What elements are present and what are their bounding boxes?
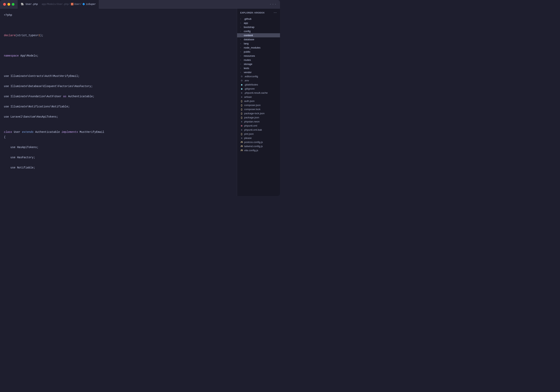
code-line: use HasFactory;: [0, 155, 237, 160]
sidebar-tree[interactable]: › .github › app › bootstrap › config ›: [237, 17, 280, 196]
tab-bar: 🐘 User.php app/Models/User.php/🧱User/🔷is…: [18, 0, 270, 9]
chevron-right-icon: ›: [240, 67, 243, 69]
code-line: use Illuminate\Notifications\Notifiable;: [0, 104, 237, 109]
sidebar-item-config[interactable]: › config: [237, 29, 280, 33]
js-icon: JS: [240, 145, 243, 147]
code-line: [0, 140, 237, 145]
chevron-right-icon: ›: [240, 51, 243, 53]
code-line: <?php: [0, 12, 237, 18]
sidebar-item-editorconfig[interactable]: ⚙ .editorconfig: [237, 74, 280, 78]
code-line: use Notifiable;: [0, 165, 237, 170]
sidebar-item-please[interactable]: ≡ please: [237, 136, 280, 140]
tab-filename: User.php: [26, 3, 38, 6]
chevron-right-icon: ›: [240, 47, 243, 49]
sidebar-item-package-lock[interactable]: {} package-lock.json: [237, 111, 280, 115]
sidebar-menu[interactable]: ···: [274, 11, 277, 14]
code-line: [0, 109, 237, 114]
minimize-button[interactable]: [8, 3, 10, 6]
sidebar-item-resources[interactable]: › resources: [237, 54, 280, 58]
sidebar-item-lang[interactable]: › lang: [237, 41, 280, 46]
sidebar-item-routes[interactable]: › routes: [237, 58, 280, 62]
list-icon: ≡: [240, 120, 243, 123]
sidebar-item-public[interactable]: › public: [237, 50, 280, 54]
code-line: [0, 124, 237, 130]
sidebar-item-pint-json[interactable]: {} pint.json: [237, 132, 280, 136]
chevron-right-icon: ›: [240, 18, 243, 20]
sidebar-item-composer-lock[interactable]: {} composer.lock: [237, 107, 280, 111]
sidebar-item-gitignore[interactable]: ◆ .gitignore: [237, 87, 280, 91]
sidebar-item-postcss[interactable]: JS postcss.config.js: [237, 140, 280, 144]
code-line: [0, 89, 237, 94]
sidebar-item-gitattributes[interactable]: ◆ .gitattributes: [237, 83, 280, 87]
code-line: declare(strict_types=1);: [0, 33, 237, 38]
js-icon: JS: [240, 141, 243, 143]
chevron-right-icon: ›: [240, 71, 243, 73]
code-line: use Illuminate\Database\Eloquent\Factori…: [0, 84, 237, 89]
sidebar-item-vendor[interactable]: › vendor: [237, 70, 280, 74]
sidebar-title: EXPLORER: KRODOX: [240, 11, 265, 14]
list-icon: ≡: [240, 96, 243, 98]
active-tab[interactable]: 🐘 User.php app/Models/User.php/🧱User/🔷is…: [18, 0, 99, 9]
sidebar-item-phpunit-cache[interactable]: ≡ .phpunit.result.cache: [237, 91, 280, 95]
gear-icon: ⚙: [240, 75, 243, 78]
code-line: [0, 99, 237, 104]
braces-icon: {}: [240, 133, 243, 135]
sidebar-item-phpstan[interactable]: ≡ phpstan.neon: [237, 120, 280, 124]
app-window: 🐘 User.php app/Models/User.php/🧱User/🔷is…: [0, 0, 280, 196]
sidebar-item-content[interactable]: › content: [237, 33, 280, 37]
chevron-right-icon: ›: [240, 42, 243, 45]
sidebar-header: EXPLORER: KRODOX ···: [237, 9, 280, 17]
sidebar-item-phpunit-xml[interactable]: ⊕ phpunit.xml: [237, 124, 280, 128]
code-line: [0, 58, 237, 63]
php-icon: 🐘: [21, 2, 24, 6]
chevron-right-icon: ›: [240, 55, 243, 57]
code-line: class User extends Authenticatable imple…: [0, 130, 237, 134]
sidebar-item-artisan[interactable]: ≡ artisan: [237, 95, 280, 99]
sidebar-item-package-json[interactable]: {} package.json: [237, 115, 280, 120]
sidebar-item-node-modules[interactable]: › node_modules: [237, 46, 280, 50]
sidebar-item-composer-json[interactable]: {} composer.json: [237, 103, 280, 107]
titlebar-menu[interactable]: ···: [270, 2, 277, 6]
chevron-right-icon: ›: [240, 30, 243, 32]
traffic-lights: [3, 3, 14, 6]
close-button[interactable]: [3, 3, 6, 6]
sidebar-item-env[interactable]: ⚙ .env: [237, 78, 280, 83]
diamond-icon: ◆: [240, 83, 243, 86]
code-line: [0, 38, 237, 43]
code-line: [0, 150, 237, 155]
code-line: use Illuminate\Contracts\Auth\MustVerify…: [0, 74, 237, 79]
list-icon: ≡: [240, 92, 243, 94]
sidebar: EXPLORER: KRODOX ··· › .github › app › b…: [237, 9, 280, 196]
sidebar-item-github[interactable]: › .github: [237, 17, 280, 21]
sidebar-item-tailwind[interactable]: JS tailwind.config.js: [237, 144, 280, 148]
code-editor[interactable]: <?php declare(strict_types=1); namespace…: [0, 9, 237, 196]
sidebar-item-storage[interactable]: › storage: [237, 62, 280, 66]
code-line: [0, 63, 237, 68]
sidebar-item-bootstrap[interactable]: › bootstrap: [237, 25, 280, 29]
main-content: <?php declare(strict_types=1); namespace…: [0, 9, 280, 196]
code-line: [0, 68, 237, 74]
sidebar-item-auth-json[interactable]: {} auth.json: [237, 99, 280, 103]
code-line: [0, 48, 237, 53]
chevron-right-icon: ›: [240, 38, 243, 40]
code-line: use Illuminate\Foundation\Auth\User as A…: [0, 94, 237, 99]
braces-icon: {}: [240, 100, 243, 103]
sidebar-item-phpunit-bak[interactable]: ≡ phpunit.xml.bak: [237, 128, 280, 132]
chevron-right-icon: ›: [240, 34, 243, 36]
sidebar-item-tests[interactable]: › tests: [237, 66, 280, 70]
code-line: [0, 28, 237, 33]
maximize-button[interactable]: [12, 3, 14, 6]
titlebar: 🐘 User.php app/Models/User.php/🧱User/🔷is…: [0, 0, 280, 9]
sidebar-item-database[interactable]: › database: [237, 37, 280, 41]
code-line: [0, 18, 237, 23]
code-line: [0, 119, 237, 124]
code-line: [0, 79, 237, 84]
sidebar-item-app[interactable]: › app: [237, 21, 280, 25]
code-line: {: [0, 134, 237, 140]
sidebar-item-vite[interactable]: JS vite.config.js: [237, 148, 280, 152]
code-line: namespace App\Models;: [0, 53, 237, 58]
code-line: [0, 160, 237, 165]
diamond-icon: ◆: [240, 87, 243, 90]
braces-icon: {}: [240, 116, 243, 119]
tab-breadcrumb: app/Models/User.php/🧱User/🔷isSuper: [39, 3, 96, 6]
